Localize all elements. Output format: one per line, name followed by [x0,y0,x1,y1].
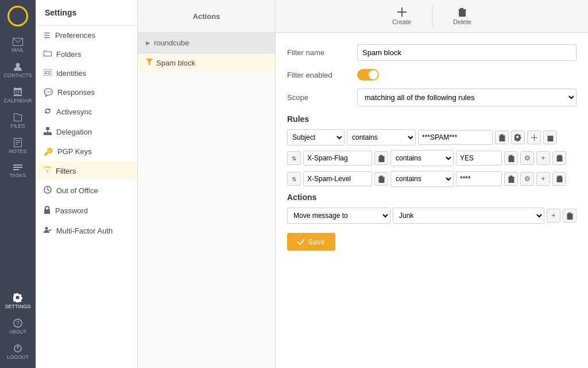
rule1-operator-select[interactable]: contains does not contain is is not [347,129,416,145]
pgpkeys-icon: 🔑 [44,147,53,156]
identities-icon [44,69,52,78]
filter-name-row: Filter name [287,44,577,61]
svg-rect-5 [44,69,52,76]
sidebar-item-outofoffice[interactable]: Out of Office [36,181,137,201]
rule2-more-button[interactable] [552,151,566,165]
rule3-settings-button[interactable]: ⚙ [520,172,534,186]
rule3-delete-header-button[interactable] [374,172,388,186]
rule1-more-button[interactable] [543,131,557,144]
filter-icon [146,59,153,67]
action-row: Move message to Delete Mark as read Junk… [287,208,577,224]
filter-list-top-label: Actions [138,0,276,32]
svg-text:?: ? [16,320,20,327]
sidebar-item-filters[interactable]: Filters [36,161,137,181]
sidebar-title: Settings [36,0,137,26]
preferences-icon: ☰ [44,31,51,40]
action-add-button[interactable]: + [547,209,560,223]
rule-row-2: ⇅ contains does not contain ⚙ + [287,150,577,166]
action-type-select[interactable]: Move message to Delete Mark as read [287,208,390,224]
multifactor-icon [44,226,52,236]
folders-icon [44,50,52,59]
filter-name-input[interactable] [357,44,577,61]
filters-icon [44,166,51,175]
main-content: Actions Create Delete ▶ roundcube [138,0,588,368]
content-panels: ▶ roundcube Spam block Filter name Filte… [138,33,588,368]
filter-enabled-row: Filter enabled [287,69,577,80]
rule2-operator-select[interactable]: contains does not contain [390,150,454,166]
rule2-add-button[interactable]: + [536,151,550,165]
activesync-icon [44,107,52,117]
actions-section-title: Actions [287,193,577,202]
filter-list-panel: ▶ roundcube Spam block [138,33,276,368]
nav-about[interactable]: ? ABOUT [0,314,36,339]
rule3-add-button[interactable]: + [536,172,550,186]
nav-settings[interactable]: SETTINGS [0,289,36,314]
scope-select[interactable]: matching all of the following rules matc… [357,89,577,106]
rule3-operator-select[interactable]: contains does not contain [390,171,454,187]
rule2-delete-button[interactable] [504,151,518,165]
rules-section-title: Rules [287,114,577,124]
rule2-header-input[interactable] [303,151,372,166]
rule3-more-button[interactable] [552,172,566,186]
rule-row-1: Subject From To Body contains does not c… [287,129,577,145]
rule3-header-input[interactable] [303,171,372,186]
svg-point-14 [45,227,48,230]
breadcrumb-chevron-icon: ▶ [146,40,150,46]
filter-enabled-label: Filter enabled [287,71,350,79]
detail-toolbar: Create Delete [276,0,588,32]
sidebar-item-password[interactable]: Password [36,201,137,221]
password-icon [44,206,51,216]
svg-point-0 [16,63,20,67]
rule1-settings-button[interactable] [511,131,525,144]
rule2-settings-button[interactable]: ⚙ [520,151,534,165]
filter-enabled-toggle[interactable] [357,69,379,80]
scope-label: Scope [287,93,350,102]
scope-row: Scope matching all of the following rule… [287,89,577,106]
nav-contacts[interactable]: CONTACTS [0,57,36,83]
delete-button[interactable]: Delete [448,5,476,28]
rule1-add-button[interactable] [527,131,541,144]
svg-rect-10 [44,132,52,135]
sidebar-item-identities[interactable]: Identities [36,64,137,83]
delegation-icon [44,127,52,137]
rule3-arrows-icon: ⇅ [287,172,301,186]
rule3-value-input[interactable] [456,171,502,186]
rule3-delete-button[interactable] [504,172,518,186]
rule2-value-input[interactable] [456,151,502,166]
create-button[interactable]: Create [388,5,416,28]
toolbar-divider [432,5,432,28]
svg-rect-11 [46,127,49,130]
save-button[interactable]: Save [287,233,335,251]
sidebar-item-preferences[interactable]: ☰ Preferences [36,26,137,45]
svg-point-7 [45,72,47,74]
action-delete-button[interactable] [563,209,577,223]
nav-calendar[interactable]: CALENDAR [0,83,36,108]
nav-mail[interactable]: MAIL [0,33,36,57]
rule1-field-select[interactable]: Subject From To Body [287,129,345,145]
filter-item-spam-block[interactable]: Spam block [138,53,275,72]
responses-icon: 💬 [44,88,53,97]
rule2-delete-header-button[interactable] [374,151,388,165]
sidebar-item-folders[interactable]: Folders [36,45,137,64]
outofoffice-icon [44,186,52,195]
top-bar: Actions Create Delete [138,0,588,33]
sidebar-item-pgpkeys[interactable]: 🔑 PGP Keys [36,142,137,161]
sidebar-item-delegation[interactable]: Delegation [36,122,137,142]
nav-notes[interactable]: NOTES [0,133,36,159]
save-row: Save [287,233,577,251]
icon-bar: MAIL CONTACTS CALENDAR FILES NOTES TASKS… [0,0,36,368]
filter-name-label: Filter name [287,48,350,57]
nav-tasks[interactable]: TASKS [0,159,36,183]
sidebar-item-multifactor[interactable]: Multi-Factor Auth [36,221,137,241]
filter-detail: Filter name Filter enabled Scope matchin… [276,33,588,368]
settings-sidebar: Settings ☰ Preferences Folders Identitie… [36,0,138,368]
nav-files[interactable]: FILES [0,108,36,133]
sidebar-item-activesync[interactable]: Activesync [36,102,137,122]
sidebar-item-responses[interactable]: 💬 Responses [36,83,137,102]
app-logo [7,6,28,26]
rule1-delete-button[interactable] [495,131,509,144]
rule1-value-input[interactable] [418,130,493,145]
rule-row-3: ⇅ contains does not contain ⚙ + [287,171,577,187]
action-target-select[interactable]: Junk Inbox Trash Spam [393,208,544,224]
nav-logout[interactable]: LOGOUT [0,339,36,365]
